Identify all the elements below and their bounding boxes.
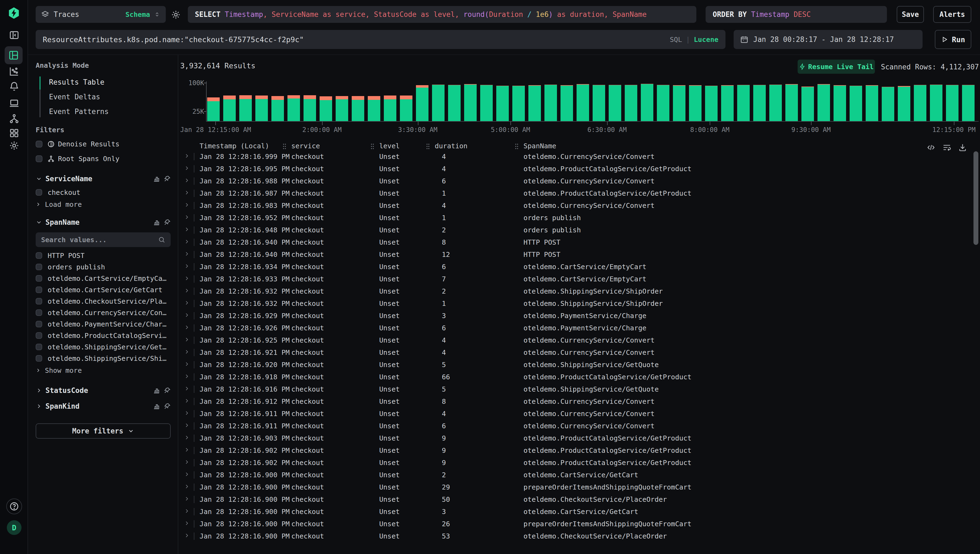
row-expand-chevron-icon[interactable]	[184, 447, 190, 452]
user-avatar[interactable]: D	[7, 520, 22, 535]
source-settings-gear-icon[interactable]	[171, 10, 181, 19]
row-expand-chevron-icon[interactable]	[184, 521, 190, 526]
load-more-button[interactable]: Load more	[36, 198, 171, 211]
column-grip-icon[interactable]	[282, 143, 287, 150]
checkbox[interactable]	[36, 141, 43, 148]
facet-option[interactable]: oteldemo.CheckoutService/Pla…	[36, 296, 171, 307]
facet-pin-icon[interactable]	[164, 403, 171, 410]
nav-sessions-laptop-icon[interactable]	[0, 98, 28, 108]
histogram-bar[interactable]	[512, 86, 525, 121]
table-row[interactable]: Jan 28 12:28:16.903 PMcheckoutUnset9otel…	[180, 432, 974, 444]
histogram-bar[interactable]	[673, 85, 685, 121]
row-expand-chevron-icon[interactable]	[184, 374, 190, 379]
checkbox[interactable]	[36, 287, 42, 293]
checkbox[interactable]	[36, 155, 43, 162]
table-row[interactable]: Jan 28 12:28:16.952 PMcheckoutUnset1orde…	[180, 212, 974, 224]
histogram-bar[interactable]	[657, 85, 669, 121]
checkbox[interactable]	[36, 321, 42, 327]
checkbox[interactable]	[36, 189, 42, 196]
histogram-bar[interactable]	[817, 84, 830, 121]
column-header-spanname[interactable]: SpanName	[523, 142, 556, 150]
table-row[interactable]: Jan 28 12:28:16.900 PMcheckoutUnset53ote…	[180, 530, 974, 542]
checkbox[interactable]	[36, 264, 42, 270]
save-button[interactable]: Save	[897, 6, 924, 23]
histogram-bar[interactable]	[368, 96, 380, 121]
table-row[interactable]: Jan 28 12:28:16.934 PMcheckoutUnset6otel…	[180, 261, 974, 273]
table-row[interactable]: Jan 28 12:28:16.902 PMcheckoutUnset9otel…	[180, 457, 974, 469]
row-expand-chevron-icon[interactable]	[184, 312, 190, 318]
nav-dashboards-grid-icon[interactable]	[0, 128, 28, 138]
histogram-bar[interactable]	[737, 85, 750, 121]
table-row[interactable]: Jan 28 12:28:16.900 PMcheckoutUnset3otel…	[180, 506, 974, 518]
quick-filter-root-spans[interactable]: Root Spans Only	[36, 151, 171, 166]
histogram-bar[interactable]	[914, 85, 926, 121]
facet-chart-icon[interactable]	[153, 175, 160, 183]
table-row[interactable]: Jan 28 12:28:16.911 PMcheckoutUnset6otel…	[180, 420, 974, 432]
table-row[interactable]: Jan 28 12:28:16.929 PMcheckoutUnset3otel…	[180, 310, 974, 322]
histogram-bar[interactable]	[946, 85, 958, 121]
histogram-bar[interactable]	[255, 96, 268, 121]
facet-header-spankind[interactable]: SpanKind	[36, 398, 171, 414]
nav-chart-explorer-icon[interactable]	[0, 66, 28, 76]
facet-pin-icon[interactable]	[164, 387, 171, 394]
histogram-bar[interactable]	[287, 95, 300, 121]
row-expand-chevron-icon[interactable]	[184, 349, 190, 355]
source-select[interactable]: Traces Schema	[36, 6, 166, 23]
table-row[interactable]: Jan 28 12:28:16.932 PMcheckoutUnset2otel…	[180, 285, 974, 298]
run-button[interactable]: Run	[935, 30, 971, 49]
facet-option[interactable]: oteldemo.ProductCatalogServi…	[36, 330, 171, 341]
nav-settings-gear-icon[interactable]	[0, 140, 28, 151]
column-header-level[interactable]: level	[379, 142, 400, 150]
row-expand-chevron-icon[interactable]	[184, 410, 190, 416]
row-expand-chevron-icon[interactable]	[184, 496, 190, 501]
histogram-bar[interactable]	[705, 86, 717, 121]
row-expand-chevron-icon[interactable]	[184, 361, 190, 367]
column-header-duration[interactable]: duration	[435, 142, 467, 150]
row-expand-chevron-icon[interactable]	[184, 153, 190, 159]
results-histogram[interactable]: 100K25K Jan 28 12:15:00 AM2:00:00 AM3:30…	[180, 78, 980, 136]
checkbox[interactable]	[36, 275, 42, 282]
facet-chart-icon[interactable]	[153, 387, 160, 394]
histogram-bar[interactable]	[753, 85, 766, 121]
checkbox[interactable]	[36, 309, 42, 316]
table-row[interactable]: Jan 28 12:28:16.933 PMcheckoutUnset7otel…	[180, 273, 974, 285]
search-input[interactable]: ResourceAttributes.k8s.pod.name:"checkou…	[36, 30, 725, 49]
column-grip-icon[interactable]	[514, 143, 519, 150]
histogram-bar[interactable]	[833, 85, 846, 121]
row-expand-chevron-icon[interactable]	[184, 190, 190, 195]
row-expand-chevron-icon[interactable]	[184, 325, 190, 330]
collapse-sidebar-icon[interactable]	[0, 30, 28, 40]
facet-option[interactable]: oteldemo.CartService/EmptyCa…	[36, 273, 171, 284]
checkbox[interactable]	[36, 298, 42, 304]
histogram-bar[interactable]	[416, 85, 429, 121]
histogram-bar[interactable]	[561, 85, 573, 121]
histogram-bar[interactable]	[464, 84, 476, 121]
table-row[interactable]: Jan 28 12:28:16.918 PMcheckoutUnset66ote…	[180, 371, 974, 383]
facet-option[interactable]: oteldemo.ShippingService/Get…	[36, 341, 171, 353]
histogram-bar[interactable]	[962, 85, 975, 121]
row-expand-chevron-icon[interactable]	[184, 202, 190, 208]
histogram-bar[interactable]	[689, 85, 701, 121]
row-expand-chevron-icon[interactable]	[184, 215, 190, 220]
row-expand-chevron-icon[interactable]	[184, 435, 190, 440]
checkbox[interactable]	[36, 332, 42, 339]
row-expand-chevron-icon[interactable]	[184, 288, 190, 293]
histogram-bar[interactable]	[207, 97, 220, 121]
row-expand-chevron-icon[interactable]	[184, 263, 190, 269]
facet-option[interactable]: oteldemo.CurrencyService/Con…	[36, 307, 171, 318]
quick-filter-denoise[interactable]: Denoise Results	[36, 137, 171, 151]
histogram-bar[interactable]	[496, 86, 509, 121]
sql-orderby-editor[interactable]: ORDER BY Timestamp DESC	[706, 6, 887, 23]
row-expand-chevron-icon[interactable]	[184, 423, 190, 428]
facet-option[interactable]: oteldemo.CartService/GetCart	[36, 284, 171, 296]
histogram-bar[interactable]	[320, 96, 332, 121]
histogram-bar[interactable]	[528, 85, 541, 121]
vertical-scrollbar[interactable]	[974, 151, 978, 245]
histogram-bar[interactable]	[609, 85, 621, 121]
more-filters-button[interactable]: More filters	[36, 423, 171, 439]
nav-search-active[interactable]	[5, 46, 22, 64]
table-row[interactable]: Jan 28 12:28:16.932 PMcheckoutUnset1otel…	[180, 298, 974, 310]
row-expand-chevron-icon[interactable]	[184, 398, 190, 404]
histogram-bar[interactable]	[769, 84, 782, 121]
histogram-bar[interactable]	[336, 96, 348, 121]
